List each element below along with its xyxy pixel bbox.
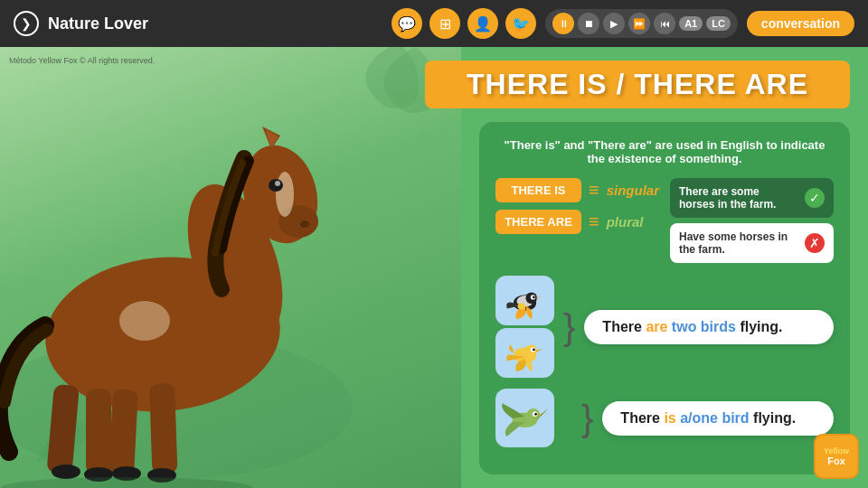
svg-point-19 xyxy=(119,301,170,341)
sentence-one-bird: There is a/one bird flying. xyxy=(602,401,834,436)
bird-images-two xyxy=(495,276,554,378)
svg-point-34 xyxy=(534,413,537,416)
main-content: Método Yellow Fox © All rights reserved. xyxy=(0,47,868,488)
nav-icon-group: 💬 ⊞ 👤 🐦 xyxy=(392,8,536,39)
correct-example: There are some horses in the farm. ✓ xyxy=(670,178,834,218)
svg-point-25 xyxy=(533,296,535,299)
yellow-fox-logo: Yellow Fox xyxy=(814,434,859,479)
bracket-2: } xyxy=(581,400,593,436)
conversation-button[interactable]: conversation xyxy=(747,11,854,36)
there-are-tag: THERE ARE xyxy=(495,210,581,234)
right-panel: THERE IS / THERE ARE "There is" and "The… xyxy=(461,47,868,488)
bird3-svg xyxy=(498,393,552,443)
checkmark-icon: ✓ xyxy=(805,188,825,208)
svg-point-8 xyxy=(275,181,280,186)
wrong-example-text: Have some horses in the farm. xyxy=(679,230,797,256)
user-icon-btn[interactable]: 👤 xyxy=(467,8,498,39)
playback-controls: ⏸ ⏹ ▶ ⏩ ⏮ A1 LC xyxy=(545,9,738,38)
left-panel: Método Yellow Fox © All rights reserved. xyxy=(0,47,461,488)
equals-icon-1: ≡ xyxy=(589,180,599,201)
sentence-two-birds: There are two birds flying. xyxy=(584,310,834,344)
stop-button[interactable]: ⏹ xyxy=(578,13,599,34)
pause-button[interactable]: ⏸ xyxy=(552,13,574,34)
grammar-section: THERE IS ≡ singular THERE ARE ≡ plural xyxy=(495,178,834,263)
singular-label: singular xyxy=(607,183,659,198)
equals-icon-2: ≡ xyxy=(589,211,599,232)
logo-yellow: Yellow xyxy=(824,446,849,455)
sentence-one-bird-text: a/one bird xyxy=(676,410,750,426)
sentence-two-birds-text: two birds xyxy=(667,319,736,334)
chevron-right-icon: ❯ xyxy=(21,16,32,31)
wrong-example: Have some horses in the farm. ✗ xyxy=(670,223,834,263)
stop-icon: ⏹ xyxy=(584,18,594,29)
bracket-1: } xyxy=(563,309,575,345)
description-text: "There is" and "There are" are used in E… xyxy=(495,138,834,165)
sentence-flying-2: flying. xyxy=(750,410,797,426)
bird-image-1 xyxy=(495,276,554,325)
fast-forward-icon: ⏩ xyxy=(633,18,646,30)
user-icon: 👤 xyxy=(474,15,492,33)
svg-point-20 xyxy=(0,477,253,488)
bird-icon-btn[interactable]: 🐦 xyxy=(505,8,536,39)
horse-illustration xyxy=(0,63,452,488)
svg-point-5 xyxy=(300,221,309,228)
there-is-tag: THERE IS xyxy=(495,178,581,202)
sentence-there-1: There xyxy=(602,319,646,334)
svg-point-30 xyxy=(533,349,535,352)
x-mark-icon: ✗ xyxy=(805,233,825,253)
sentence-is: is xyxy=(664,410,675,426)
sentence-flying-1: flying. xyxy=(736,319,783,334)
grid-icon-btn[interactable]: ⊞ xyxy=(429,8,460,39)
sentence-there-2: There xyxy=(620,410,664,426)
grid-icon: ⊞ xyxy=(439,15,451,33)
play-icon: ▶ xyxy=(610,18,618,30)
bird-image-2 xyxy=(495,328,554,378)
app-title: Nature Lover xyxy=(48,14,382,33)
grammar-row-plural: THERE ARE ≡ plural xyxy=(495,210,659,234)
grammar-labels: THERE IS ≡ singular THERE ARE ≡ plural xyxy=(495,178,659,263)
rewind-icon: ⏮ xyxy=(660,18,670,29)
play-button[interactable]: ▶ xyxy=(603,13,625,34)
bird-image-single xyxy=(495,389,554,447)
bird-row-one: } There is a/one bird flying. xyxy=(495,389,834,447)
fast-forward-button[interactable]: ⏩ xyxy=(628,13,650,34)
lc-badge: LC xyxy=(706,16,731,31)
bird1-svg xyxy=(500,280,550,321)
bird-icon: 🐦 xyxy=(512,15,530,33)
content-card: "There is" and "There are" are used in E… xyxy=(479,122,850,474)
svg-rect-11 xyxy=(108,389,138,475)
bird-row-two: } There are two birds flying. xyxy=(495,276,834,378)
svg-rect-12 xyxy=(149,383,177,474)
title-banner: THERE IS / THERE ARE xyxy=(425,61,850,108)
a1-badge: A1 xyxy=(679,16,703,31)
navbar: ❯ Nature Lover 💬 ⊞ 👤 🐦 ⏸ ⏹ ▶ ⏩ ⏮ xyxy=(0,0,868,47)
chat-icon: 💬 xyxy=(398,15,416,33)
pause-icon: ⏸ xyxy=(559,18,569,29)
grammar-row-singular: THERE IS ≡ singular xyxy=(495,178,659,202)
correct-example-text: There are some horses in the farm. xyxy=(679,185,797,211)
svg-point-6 xyxy=(276,172,294,217)
logo-fox: Fox xyxy=(827,455,845,466)
bird-examples: } There are two birds flying. xyxy=(495,276,834,447)
svg-rect-16 xyxy=(86,389,111,474)
svg-point-17 xyxy=(52,465,80,479)
plural-label: plural xyxy=(607,214,644,230)
example-boxes: There are some horses in the farm. ✓ Hav… xyxy=(670,178,834,263)
sentence-are: are xyxy=(646,319,667,334)
back-button[interactable]: ❯ xyxy=(14,11,39,36)
page-title: THERE IS / THERE ARE xyxy=(448,68,827,101)
chat-icon-btn[interactable]: 💬 xyxy=(392,8,422,39)
bird2-svg xyxy=(500,333,550,373)
svg-point-26 xyxy=(517,303,525,309)
rewind-button[interactable]: ⏮ xyxy=(654,13,675,34)
